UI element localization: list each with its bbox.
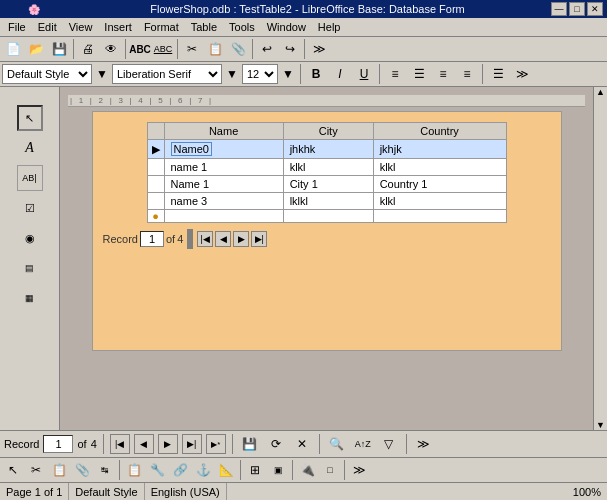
grid-button[interactable]: ⊞: [244, 459, 266, 481]
radio-tool[interactable]: ◉: [17, 225, 43, 251]
subform-button[interactable]: ▣: [267, 459, 289, 481]
row-indicator-header: [147, 123, 164, 140]
open-button[interactable]: 📂: [25, 38, 47, 60]
col-header-city: City: [283, 123, 373, 140]
inner-of-label: of: [166, 233, 175, 245]
table-row[interactable]: name 3lklklklkl: [147, 193, 506, 210]
copy-button[interactable]: 📋: [204, 38, 226, 60]
row-indicator: [147, 159, 164, 176]
nav-first-button[interactable]: |◀: [110, 434, 130, 454]
menu-view[interactable]: View: [63, 19, 99, 35]
maximize-button[interactable]: □: [569, 2, 585, 16]
underline-button[interactable]: U: [353, 63, 375, 85]
cut2-button[interactable]: ✂: [25, 459, 47, 481]
align-right-button[interactable]: ≡: [432, 63, 454, 85]
undo-button[interactable]: ↩: [256, 38, 278, 60]
nav-last-button[interactable]: ▶|: [182, 434, 202, 454]
combobox-tool[interactable]: ▦: [17, 285, 43, 311]
db-connect-button[interactable]: 🔌: [296, 459, 318, 481]
inner-nav-prev[interactable]: ◀: [215, 231, 231, 247]
nav-prev-button[interactable]: ◀: [134, 434, 154, 454]
form-container: Name City Country ▶Name0jhkhkjkhjkname 1…: [92, 111, 562, 351]
delete-button[interactable]: ✕: [291, 433, 313, 455]
menu-format[interactable]: Format: [138, 19, 185, 35]
more-button[interactable]: ≫: [308, 38, 330, 60]
autocorrect-button[interactable]: ABC: [152, 38, 174, 60]
copy2-button[interactable]: 📋: [48, 459, 70, 481]
checkbox-tool[interactable]: ☑: [17, 195, 43, 221]
row-indicator: ●: [147, 210, 164, 223]
status-zoom: 100%: [567, 483, 607, 500]
refresh-button[interactable]: ⟳: [265, 433, 287, 455]
print-button[interactable]: 🖨: [77, 38, 99, 60]
search-button[interactable]: 🔍: [326, 433, 348, 455]
sort-asc-button[interactable]: A↑Z: [352, 433, 374, 455]
minimize-button[interactable]: —: [551, 2, 567, 16]
inner-nav-first[interactable]: |◀: [197, 231, 213, 247]
save-record-button[interactable]: 💾: [239, 433, 261, 455]
inner-record-input[interactable]: [140, 231, 164, 247]
form-nav-button[interactable]: 📋: [123, 459, 145, 481]
style-name-select[interactable]: Default Style: [2, 64, 92, 84]
menu-edit[interactable]: Edit: [32, 19, 63, 35]
cursor-tool[interactable]: ↖: [17, 105, 43, 131]
table-row[interactable]: Name 1City 1Country 1: [147, 176, 506, 193]
close-button[interactable]: ✕: [587, 2, 603, 16]
row-indicator: [147, 193, 164, 210]
more-tb2-btn[interactable]: ≫: [348, 459, 370, 481]
link-button[interactable]: 🔗: [169, 459, 191, 481]
table-row[interactable]: name 1klklklkl: [147, 159, 506, 176]
align-left-button[interactable]: ≡: [384, 63, 406, 85]
menu-help[interactable]: Help: [312, 19, 347, 35]
list-button[interactable]: ☰: [487, 63, 509, 85]
record-number-input[interactable]: [43, 435, 73, 453]
bottom-toolbar-2: ↖ ✂ 📋 📎 ↹ 📋 🔧 🔗 ⚓ 📐 ⊞ ▣ 🔌 □ ≫: [0, 457, 607, 482]
position-button[interactable]: 📐: [215, 459, 237, 481]
tab-order-button[interactable]: ↹: [94, 459, 116, 481]
size-dropdown-btn[interactable]: ▼: [280, 63, 296, 85]
more-nav-btn[interactable]: ≫: [413, 433, 435, 455]
font-dropdown-btn[interactable]: ▼: [224, 63, 240, 85]
style-dropdown-btn[interactable]: ▼: [94, 63, 110, 85]
align-center-button[interactable]: ☰: [408, 63, 430, 85]
right-scrollbar[interactable]: ▲ ▼: [593, 87, 607, 430]
field-button[interactable]: □: [319, 459, 341, 481]
nav-new-button[interactable]: ▶*: [206, 434, 226, 454]
font-size-select[interactable]: 12: [242, 64, 278, 84]
paste2-button[interactable]: 📎: [71, 459, 93, 481]
btb-sep-1: [119, 460, 120, 480]
menu-window[interactable]: Window: [261, 19, 312, 35]
table-row[interactable]: ▶Name0jhkhkjkhjk: [147, 140, 506, 159]
text-tool[interactable]: A: [17, 135, 43, 161]
inner-nav-next[interactable]: ▶: [233, 231, 249, 247]
menu-tools[interactable]: Tools: [223, 19, 261, 35]
preview-button[interactable]: 👁: [100, 38, 122, 60]
row-indicator: ▶: [147, 140, 164, 159]
new-button[interactable]: 📄: [2, 38, 24, 60]
cursor2-button[interactable]: ↖: [2, 459, 24, 481]
anchor-button[interactable]: ⚓: [192, 459, 214, 481]
menu-insert[interactable]: Insert: [98, 19, 138, 35]
bold-button[interactable]: B: [305, 63, 327, 85]
nav-next-button[interactable]: ▶: [158, 434, 178, 454]
spellcheck-button[interactable]: ABC: [129, 38, 151, 60]
table-row[interactable]: ●: [147, 210, 506, 223]
menu-file[interactable]: File: [2, 19, 32, 35]
menu-table[interactable]: Table: [185, 19, 223, 35]
ab-tool[interactable]: AB|: [17, 165, 43, 191]
more-style-btn[interactable]: ≫: [511, 63, 533, 85]
listbox-tool[interactable]: ▤: [17, 255, 43, 281]
cell-name: name 1: [164, 159, 283, 176]
cut-button[interactable]: ✂: [181, 38, 203, 60]
save-button[interactable]: 💾: [48, 38, 70, 60]
font-name-select[interactable]: Liberation Serif: [112, 64, 222, 84]
design-button[interactable]: 🔧: [146, 459, 168, 481]
justify-button[interactable]: ≡: [456, 63, 478, 85]
inner-nav-last[interactable]: ▶|: [251, 231, 267, 247]
filter-button[interactable]: ▽: [378, 433, 400, 455]
paste-button[interactable]: 📎: [227, 38, 249, 60]
window-controls: — □ ✕: [551, 2, 603, 16]
cell-country: Country 1: [373, 176, 506, 193]
redo-button[interactable]: ↪: [279, 38, 301, 60]
italic-button[interactable]: I: [329, 63, 351, 85]
